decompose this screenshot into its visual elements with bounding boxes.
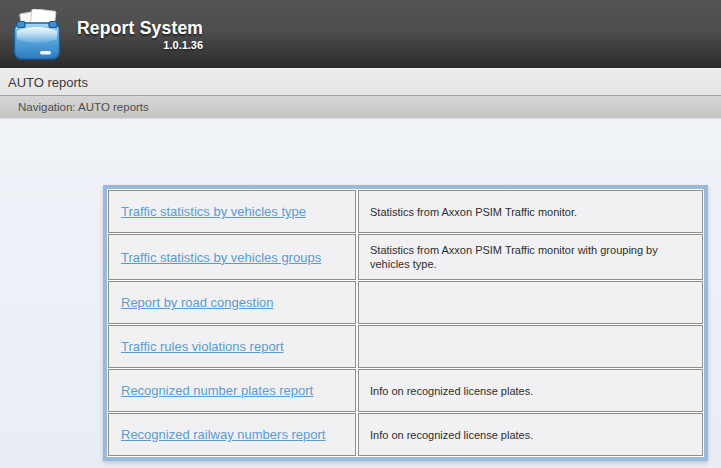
report-link-cell: Traffic statistics by vehicles type — [108, 190, 356, 233]
report-description-cell — [358, 325, 703, 368]
report-folder-icon — [13, 9, 61, 61]
report-link-recognized-number-plates-report[interactable]: Recognized number plates report — [121, 383, 313, 398]
report-link-cell: Report by road congestion — [108, 281, 356, 324]
report-link-cell: Recognized railway numbers report — [108, 413, 356, 456]
section-bar: AUTO reports — [0, 68, 721, 96]
breadcrumb: Navigation: AUTO reports — [18, 101, 149, 113]
report-description: Info on recognized license plates. — [370, 428, 533, 442]
app-header: Report System 1.0.1.36 — [0, 0, 721, 68]
title-block: Report System 1.0.1.36 — [77, 18, 203, 51]
report-description-cell — [358, 281, 703, 324]
table-row: Recognized number plates report Info on … — [108, 369, 703, 412]
table-row: Report by road congestion — [108, 281, 703, 324]
report-link-cell: Recognized number plates report — [108, 369, 356, 412]
report-table: Traffic statistics by vehicles type Stat… — [103, 185, 708, 461]
app-title: Report System — [77, 18, 203, 39]
table-row: Traffic statistics by vehicles groups St… — [108, 234, 703, 280]
navigation-bar: Navigation: AUTO reports — [0, 96, 721, 119]
report-description-cell: Info on recognized license plates. — [358, 413, 703, 456]
content-area: Traffic statistics by vehicles type Stat… — [0, 119, 721, 466]
report-description-cell: Info on recognized license plates. — [358, 369, 703, 412]
report-link-traffic-rules-violations-report[interactable]: Traffic rules violations report — [121, 339, 284, 354]
report-description: Statistics from Axxon PSIM Traffic monit… — [370, 243, 660, 271]
table-row: Traffic statistics by vehicles type Stat… — [108, 190, 703, 233]
report-description-cell: Statistics from Axxon PSIM Traffic monit… — [358, 190, 703, 233]
report-link-cell: Traffic statistics by vehicles groups — [108, 234, 356, 280]
report-link-traffic-statistics-by-vehicles-type[interactable]: Traffic statistics by vehicles type — [121, 204, 306, 219]
report-description-cell: Statistics from Axxon PSIM Traffic monit… — [358, 234, 703, 280]
report-link-recognized-railway-numbers-report[interactable]: Recognized railway numbers report — [121, 427, 325, 442]
app-version: 1.0.1.36 — [77, 39, 203, 51]
report-description: Statistics from Axxon PSIM Traffic monit… — [370, 205, 577, 219]
report-link-report-by-road-congestion[interactable]: Report by road congestion — [121, 295, 273, 310]
report-link-traffic-statistics-by-vehicles-groups[interactable]: Traffic statistics by vehicles groups — [121, 250, 321, 265]
section-title: AUTO reports — [8, 75, 88, 90]
report-link-cell: Traffic rules violations report — [108, 325, 356, 368]
table-row: Recognized railway numbers report Info o… — [108, 413, 703, 456]
table-row: Traffic rules violations report — [108, 325, 703, 368]
report-description: Info on recognized license plates. — [370, 384, 533, 398]
